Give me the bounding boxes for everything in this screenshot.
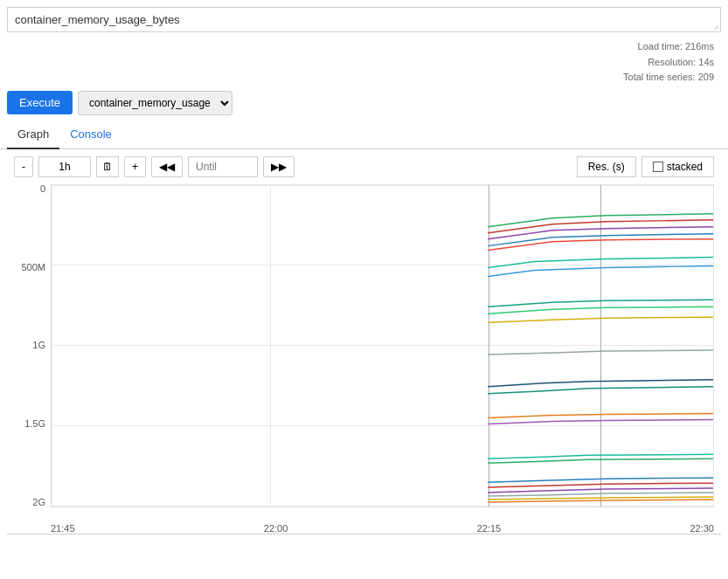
query-input[interactable]	[15, 13, 713, 26]
execute-row: Execute container_memory_usage	[0, 86, 728, 121]
zoom-in-button[interactable]: +	[124, 156, 146, 177]
stacked-button[interactable]: stacked	[641, 156, 714, 177]
y-label-2g: 2G	[32, 498, 45, 507]
chart-area: 2G 1.5G 1G 500M 0	[7, 184, 721, 534]
resize-handle: ⌟	[714, 20, 718, 30]
y-label-0: 0	[40, 184, 45, 194]
y-label-500m: 500M	[21, 263, 45, 272]
query-bar: ⌟	[7, 7, 721, 32]
calendar-button[interactable]: 🗓	[96, 156, 119, 177]
forward-button[interactable]: ▶▶	[263, 156, 295, 177]
y-label-1-5g: 1.5G	[24, 419, 45, 429]
y-axis: 2G 1.5G 1G 500M 0	[7, 184, 51, 507]
x-label-2200: 22:00	[264, 523, 288, 534]
tabs-bar: Graph Console	[0, 121, 728, 149]
load-time: Load time: 216ms	[0, 39, 714, 55]
tab-graph[interactable]: Graph	[7, 121, 59, 149]
grid-v-100	[713, 185, 714, 507]
x-label-2230: 22:30	[690, 523, 714, 534]
execute-button[interactable]: Execute	[7, 91, 73, 114]
stacked-icon	[653, 162, 663, 172]
resolution-button[interactable]: Res. (s)	[577, 156, 636, 177]
time-range-input[interactable]	[38, 156, 91, 177]
info-bar: Load time: 216ms Resolution: 14s Total t…	[0, 39, 728, 86]
metric-select[interactable]: container_memory_usage	[78, 91, 232, 115]
total-series: Total time series: 209	[0, 70, 714, 86]
until-input[interactable]	[188, 156, 258, 177]
zoom-out-button[interactable]: -	[14, 156, 33, 177]
chart-svg	[52, 185, 713, 507]
x-label-2145: 21:45	[51, 523, 75, 534]
tab-console[interactable]: Console	[59, 121, 122, 149]
x-label-2215: 22:15	[477, 523, 502, 534]
bottom-border	[7, 534, 721, 534]
graph-controls: - 🗓 + ◀◀ ▶▶ Res. (s) stacked	[0, 149, 728, 184]
chart-inner	[51, 184, 714, 507]
resolution: Resolution: 14s	[0, 55, 714, 71]
x-axis: 21:45 22:00 22:15 22:30	[51, 520, 714, 534]
y-label-1g: 1G	[32, 341, 45, 350]
back-button[interactable]: ◀◀	[151, 156, 183, 177]
